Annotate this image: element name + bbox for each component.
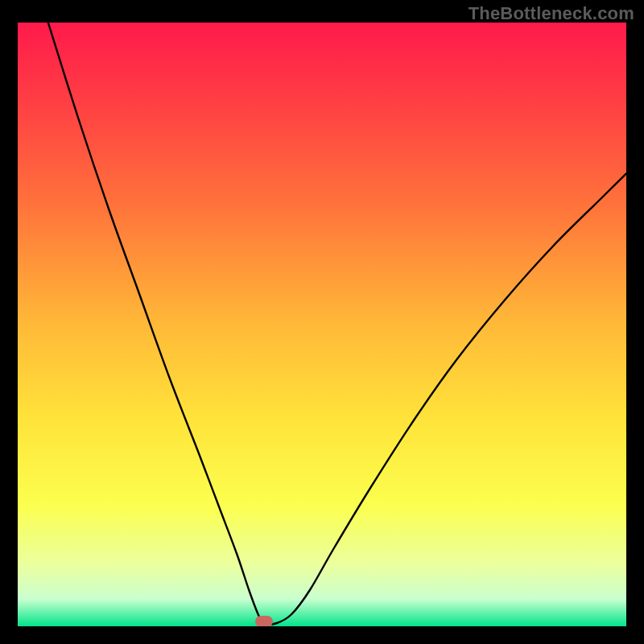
chart-frame: TheBottleneck.com — [0, 0, 644, 644]
chart-svg — [18, 23, 626, 626]
gradient-background — [18, 23, 626, 626]
minimum-marker — [255, 616, 273, 626]
watermark-text: TheBottleneck.com — [469, 3, 634, 24]
plot-area — [18, 23, 626, 626]
